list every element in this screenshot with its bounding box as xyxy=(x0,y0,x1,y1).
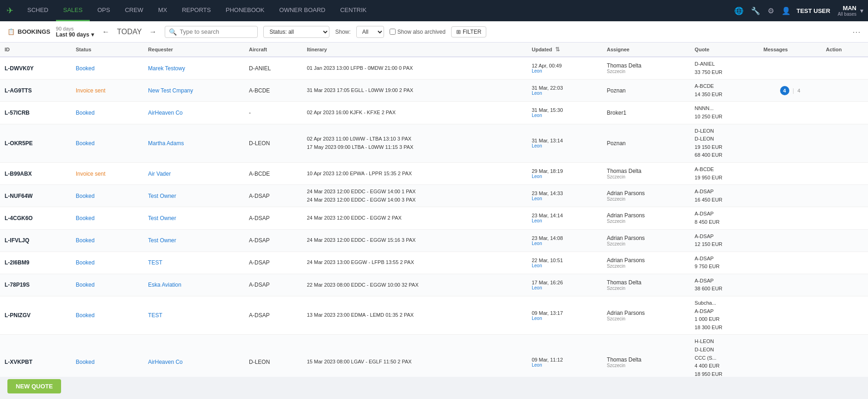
days-label: 90 days xyxy=(56,26,94,31)
updated-date: 31 Mar, 22:03 xyxy=(532,85,597,91)
requester-link[interactable]: AirHeaven Co xyxy=(148,110,183,116)
more-button[interactable]: ⋯ xyxy=(852,27,861,37)
table-row: L-2I6BM9 Booked TEST A-DSAP 24 Mar 2023 … xyxy=(0,252,868,274)
today-button[interactable]: TODAY xyxy=(114,27,145,37)
status-badge: Invoice sent xyxy=(76,87,105,94)
man-info[interactable]: MAN All bases xyxy=(837,5,856,17)
cell-id[interactable]: L-57ICRB xyxy=(0,102,71,124)
nav-mx[interactable]: MX xyxy=(151,0,175,21)
cell-updated: 31 Mar, 13:14 Leon xyxy=(527,124,602,162)
cell-quote: H-LEOND-LEONCCC (S... 4 400 EUR18 950 EU… xyxy=(690,335,759,377)
cell-messages xyxy=(759,252,821,274)
table-container: ID Status Requester Aircraft Itinerary U… xyxy=(0,43,868,377)
table-row: L-AG9TTS Invoice sent New Test Cmpany A-… xyxy=(0,80,868,102)
table-row: L-IFVLJQ Booked Test Owner A-DSAP 24 Mar… xyxy=(0,229,868,252)
bookings-table: ID Status Requester Aircraft Itinerary U… xyxy=(0,43,868,377)
assignee-name: Adrian Parsons xyxy=(607,257,686,264)
requester-link[interactable]: Marek Testowy xyxy=(148,65,185,72)
filter-button[interactable]: ⊞ FILTER xyxy=(451,26,486,37)
col-updated[interactable]: Updated ⇅ xyxy=(527,43,602,57)
nav-phonebook[interactable]: PHONEBOOK xyxy=(218,0,272,21)
cell-assignee: Adrian Parsons Szczecin xyxy=(602,185,690,207)
cell-updated: 09 Mar, 11:12 Leon xyxy=(527,335,602,377)
cell-quote: A-DSAP 38 600 EUR xyxy=(690,274,759,296)
updated-by: Leon xyxy=(532,241,597,246)
cell-status: Invoice sent xyxy=(71,162,143,184)
status-badge: Booked xyxy=(76,193,95,199)
assignee-location: Szczecin xyxy=(607,316,686,321)
man-base: All bases xyxy=(837,12,856,17)
msg-separator: | xyxy=(793,87,794,94)
requester-link[interactable]: Test Owner xyxy=(148,237,176,244)
cell-action xyxy=(821,207,868,229)
requester-link[interactable]: Test Owner xyxy=(148,215,176,221)
nav-sched[interactable]: SCHED xyxy=(20,0,56,21)
nav-centrik[interactable]: CENTRIK xyxy=(333,0,374,21)
settings-icon[interactable]: ⚙ xyxy=(766,5,776,17)
cell-quote: A-DSAP 16 450 EUR xyxy=(690,185,759,207)
cell-messages xyxy=(759,335,821,377)
cell-status: Booked xyxy=(71,274,143,296)
requester-link[interactable]: TEST xyxy=(148,259,162,266)
requester-link[interactable]: AirHeaven Co xyxy=(148,359,183,365)
quote-amount: 1 000 EUR18 300 EUR xyxy=(694,315,754,331)
cell-id[interactable]: L-4CGK6O xyxy=(0,207,71,229)
cell-id[interactable]: L-2I6BM9 xyxy=(0,252,71,274)
updated-date: 09 Mar, 11:12 xyxy=(532,357,597,362)
wrench-icon[interactable]: 🔧 xyxy=(749,5,762,17)
search-input[interactable] xyxy=(180,28,254,35)
assignee-name: Thomas Delta xyxy=(607,168,686,174)
cell-id[interactable]: L-IFVLJQ xyxy=(0,229,71,252)
cell-action xyxy=(821,229,868,252)
cell-id[interactable]: L-AG9TTS xyxy=(0,80,71,102)
cell-updated: 12 Apr, 00:49 Leon xyxy=(527,57,602,80)
quote-amount: 19 950 EUR xyxy=(694,174,754,182)
next-arrow[interactable]: → xyxy=(146,27,159,37)
filter-label: FILTER xyxy=(463,29,481,35)
assignee-location: Szczecin xyxy=(607,174,686,179)
date-range: 90 days Last 90 days ▾ xyxy=(56,26,94,38)
requester-link[interactable]: TEST xyxy=(148,312,162,319)
col-assignee: Assignee xyxy=(602,43,690,57)
prev-arrow[interactable]: ← xyxy=(99,27,112,37)
man-dropdown-icon[interactable]: ▾ xyxy=(860,7,863,14)
cell-updated: 31 Mar, 22:03 Leon xyxy=(527,80,602,102)
message-badge[interactable]: 4 xyxy=(780,86,789,95)
nav-ops[interactable]: OPS xyxy=(90,0,117,21)
globe-icon[interactable]: 🌐 xyxy=(732,5,745,17)
cell-id[interactable]: L-B99ABX xyxy=(0,162,71,184)
requester-link[interactable]: New Test Cmpany xyxy=(148,87,193,94)
col-quote: Quote xyxy=(690,43,759,57)
requester-link[interactable]: Air Vader xyxy=(148,171,171,177)
nav-sales[interactable]: SALES xyxy=(56,0,90,21)
user-info[interactable]: TEST USER xyxy=(796,7,830,14)
cell-id[interactable]: L-DWVK0Y xyxy=(0,57,71,80)
assignee-location: Szczecin xyxy=(607,196,686,202)
requester-link[interactable]: Martha Adams xyxy=(148,140,184,147)
requester-link[interactable]: Test Owner xyxy=(148,193,176,199)
cell-id[interactable]: L-PNIZGV xyxy=(0,296,71,335)
bookings-icon: 📋 xyxy=(7,28,15,35)
archived-checkbox[interactable] xyxy=(390,29,396,35)
show-select[interactable]: All xyxy=(356,26,384,38)
quote-ref: A-DSAP xyxy=(694,277,754,285)
nav-reports[interactable]: REPORTS xyxy=(174,0,218,21)
nav-crew[interactable]: CREW xyxy=(118,0,151,21)
table-row: L-OKR5PE Booked Martha Adams D-LEON 02 A… xyxy=(0,124,868,162)
cell-status: Booked xyxy=(71,335,143,377)
cell-id[interactable]: L-OKR5PE xyxy=(0,124,71,162)
cell-id[interactable]: L-78P19S xyxy=(0,274,71,296)
app-logo[interactable]: ✈ xyxy=(0,0,20,21)
cell-id[interactable]: L-NUF64W xyxy=(0,185,71,207)
status-select[interactable]: Status: all Status: booked Status: invoi… xyxy=(263,26,329,38)
updated-date: 17 Mar, 16:26 xyxy=(532,280,597,285)
nav-owner-board[interactable]: OWNER BOARD xyxy=(272,0,333,21)
requester-link[interactable]: Eska Aviation xyxy=(148,282,181,288)
updated-sort-icon: ⇅ xyxy=(555,46,560,53)
cell-messages xyxy=(759,185,821,207)
range-label[interactable]: Last 90 days ▾ xyxy=(56,31,94,38)
cell-id[interactable]: L-XVKPBT xyxy=(0,335,71,377)
updated-by: Leon xyxy=(532,218,597,223)
cell-messages xyxy=(759,274,821,296)
cell-quote: A-BCDE 19 950 EUR xyxy=(690,162,759,184)
